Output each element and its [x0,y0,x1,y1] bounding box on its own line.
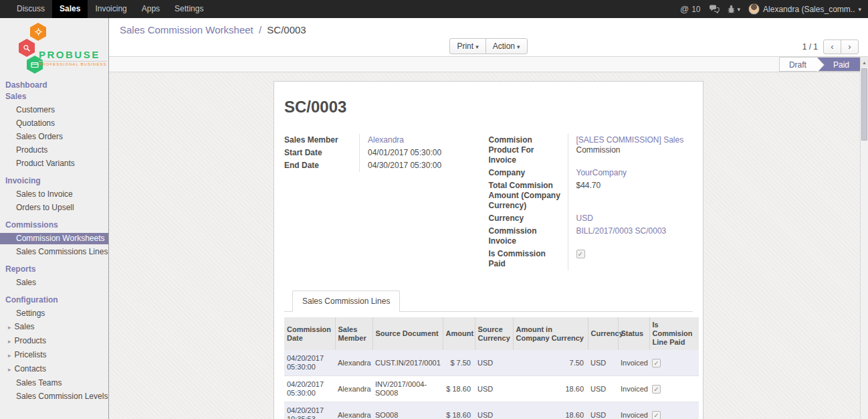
sidebar-item-config-pricelists[interactable]: ▸Pricelists [0,349,108,361]
field-label-start-date: Start Date [284,147,359,159]
breadcrumb-parent-link[interactable]: Sales Commission Worksheet [120,24,253,35]
sidebar-item-settings[interactable]: Settings [0,308,108,319]
sidebar-section-invoicing[interactable]: Invoicing [0,175,108,187]
col-is-commission-line-paid: Is Commision Line Paid [649,317,699,350]
messages-button[interactable] [709,5,720,13]
col-amount: Amount [443,317,475,350]
col-sales-member: Sales Member [335,317,372,350]
control-panel: Sales Commission Worksheet / SC/0003 Pri… [109,18,868,57]
sales-member-link[interactable]: Alexandra [368,135,404,145]
notebook-tabs: Sales Commission Lines [284,290,693,312]
sidebar-item-dashboard[interactable]: Dashboard [0,80,108,91]
sidebar: PROBUSE PROFESSIONAL BUSINESS Dashboard … [0,18,109,419]
col-status: Status [618,317,649,350]
scrollbar-thumb[interactable] [861,68,867,141]
topbar-right-tools: @ 10 ▾ Alexandra (Sales_comm.. [680,0,868,18]
scroll-up-button[interactable]: ▲ [861,57,868,68]
breadcrumb: Sales Commission Worksheet / SC/0003 [109,18,868,35]
company-link[interactable]: YourCompany [576,168,627,177]
table-row[interactable]: 04/20/2017 05:30:00 Alexandra CUST.IN/20… [284,350,699,376]
action-button[interactable]: Action▾ [485,38,528,54]
vertical-scrollbar[interactable]: ▲ [860,57,868,419]
sidebar-item-commission-worksheets[interactable]: Commission Worksheets [0,233,108,244]
sidebar-item-sales-commission-levels[interactable]: Sales Commission Levels [0,391,108,402]
menu-settings[interactable]: Settings [167,0,211,18]
col-currency: Currency [588,317,618,350]
sidebar-section-sales[interactable]: Sales [0,91,108,102]
col-commission-date: Commission Date [284,317,335,350]
sidebar-item-sales-to-invoice[interactable]: Sales to Invoice [0,189,108,200]
main-menu: Discuss Sales Invoicing Apps Settings [9,0,211,18]
end-date-value: 04/30/2017 05:30:00 [359,159,489,172]
chevron-down-icon: ▾ [475,44,479,50]
sidebar-item-customers[interactable]: Customers [0,104,108,116]
field-group-right: Commision Product For Invoice [SALES COM… [489,134,693,270]
bug-icon [728,5,735,13]
sidebar-item-config-sales[interactable]: ▸Sales [0,321,108,333]
field-label-company: Company [489,167,568,179]
sidebar-item-reports-sales[interactable]: Sales [0,277,108,288]
breadcrumb-separator: / [259,24,261,35]
commission-product-link[interactable]: [SALES COMMISSION] Sales [576,135,684,145]
sidebar-item-sales-orders[interactable]: Sales Orders [0,131,108,143]
sidebar-item-sales-commissions-lines[interactable]: Sales Commissions Lines [0,246,108,258]
chevron-right-icon: ▸ [8,338,11,345]
is-commission-paid-checkbox: ✓ [576,250,585,258]
at-icon: @ [680,4,689,14]
sidebar-item-config-products[interactable]: ▸Products [0,335,108,347]
tab-sales-commission-lines[interactable]: Sales Commission Lines [292,290,400,312]
breadcrumb-current: SC/0003 [267,24,306,35]
menu-sales[interactable]: Sales [52,0,88,18]
table-row[interactable]: 04/20/2017 05:30:00 Alexandra INV/2017/0… [284,376,699,402]
sidebar-item-sales-teams[interactable]: Sales Teams [0,378,108,389]
line-paid-checkbox: ✓ [652,359,661,367]
sidebar-item-orders-to-upsell[interactable]: Orders to Upsell [0,202,108,214]
mention-count: 10 [691,5,700,14]
content-area: SC/0003 Sales Member Alexandra Start Dat… [109,72,868,419]
field-label-currency: Currency [489,212,568,225]
chevron-right-icon: ▸ [8,352,11,359]
sidebar-section-configuration[interactable]: Configuration [0,295,108,306]
sidebar-nav: Dashboard Sales Customers Quotations Sal… [0,80,108,402]
sidebar-item-config-contacts[interactable]: ▸Contacts [0,363,108,375]
field-label-end-date: End Date [284,159,359,172]
commission-product-rest: Commission [576,145,693,155]
logo-title: PROBUSE [39,49,107,62]
field-label-commission-product: Commision Product For Invoice [489,134,568,167]
pager-next-button[interactable]: › [841,39,859,54]
logo-tagline: PROFESSIONAL BUSINESS [39,62,107,66]
avatar [748,3,760,15]
sidebar-section-reports[interactable]: Reports [0,264,108,275]
commission-invoice-link[interactable]: BILL/2017/0003 SC/0003 [576,226,667,236]
menu-apps[interactable]: Apps [134,0,167,18]
debug-menu-button[interactable]: ▾ [728,5,741,13]
chevron-right-icon: ▸ [8,366,11,373]
top-navbar: Discuss Sales Invoicing Apps Settings @ … [0,0,868,18]
sidebar-item-products[interactable]: Products [0,145,108,156]
table-header-row: Commission Date Sales Member Source Docu… [284,317,699,350]
app-window: Discuss Sales Invoicing Apps Settings @ … [0,0,868,419]
pager-previous-button[interactable]: ‹ [823,39,841,54]
user-menu[interactable]: Alexandra (Sales_comm.. ▾ [748,3,861,15]
menu-discuss[interactable]: Discuss [9,0,52,18]
action-buttons: Print▾ Action▾ [109,38,868,54]
line-paid-checkbox: ✓ [652,411,661,419]
pager-value: 1 / 1 [802,42,818,52]
chevron-right-icon: ▸ [8,324,11,331]
menu-invoicing[interactable]: Invoicing [88,0,134,18]
sidebar-item-product-variants[interactable]: Product Variants [0,158,108,169]
sidebar-item-quotations[interactable]: Quotations [0,118,108,129]
sidebar-section-commissions[interactable]: Commissions [0,220,108,231]
mentions-counter[interactable]: @ 10 [680,4,701,14]
start-date-value: 04/01/2017 05:30:00 [359,147,489,159]
commission-lines-table: Commission Date Sales Member Source Docu… [284,317,699,419]
company-logo[interactable]: PROBUSE PROFESSIONAL BUSINESS [0,21,108,74]
currency-link[interactable]: USD [576,214,593,223]
table-row[interactable]: 04/20/2017 10:35:53 Alexandra SO008 $ 18… [284,402,699,419]
print-button[interactable]: Print▾ [449,38,485,54]
pager: 1 / 1 ‹ › [802,39,859,54]
col-source-document: Source Document [372,317,443,350]
field-label-total-commission: Total Commision Amount (Company Currency… [489,179,568,212]
status-step-draft[interactable]: Draft [779,58,817,71]
logo-magnifier-hexagon-icon [19,39,35,57]
